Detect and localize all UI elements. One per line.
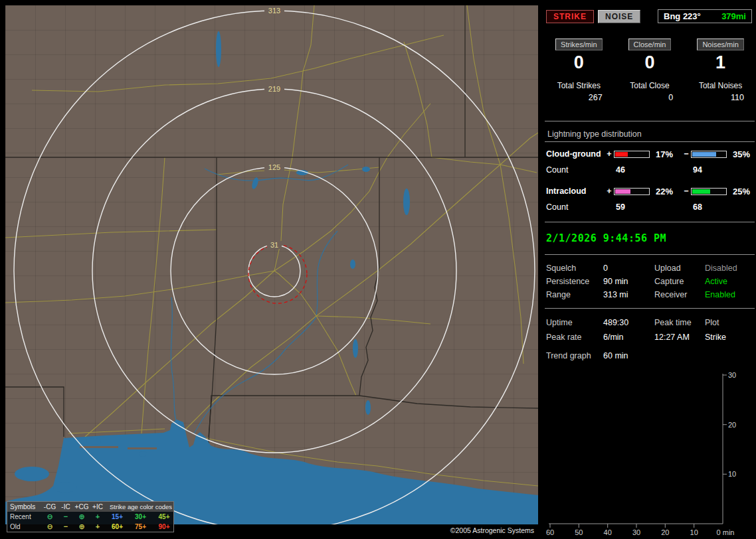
peak-rate-label: Peak rate — [546, 333, 603, 342]
upload-status: Disabled — [705, 264, 756, 273]
range-value: 313 mi — [603, 290, 654, 299]
x-tick-50: 50 — [575, 528, 583, 536]
minus-sign: − — [682, 149, 691, 159]
neg-ic-recent-icon: − — [58, 513, 74, 520]
total-strikes-label: Total Strikes — [543, 81, 614, 90]
total-noises-label: Total Noises — [685, 81, 756, 90]
bearing-readout: Bng 223° 379mi — [658, 9, 752, 23]
trend-graph: 30 20 10 60 50 40 30 20 10 0 min — [545, 370, 752, 539]
persistence-label: Persistence — [546, 277, 603, 286]
x-tick-10: 10 — [690, 528, 698, 536]
receiver-status: Enabled — [705, 290, 756, 299]
intracloud-row: Intracloud + 22% − 25% — [543, 183, 756, 199]
x-tick-40: 40 — [604, 528, 612, 536]
peak-rate-value: 6/min — [603, 333, 654, 342]
app-window: 313 219 125 31 Symbols -CG -IC +CG +IC S… — [0, 0, 756, 539]
ring-label-313: 313 — [268, 7, 280, 15]
peak-time-label: Peak time — [654, 318, 705, 327]
upload-label: Upload — [654, 264, 705, 273]
legend-col-neg-cg: -CG — [42, 503, 58, 510]
ic-negative-bar — [691, 188, 727, 195]
ic-positive-bar-fill — [615, 189, 630, 194]
receiver-label: Receiver — [654, 290, 705, 299]
squelch-row: Squelch 0 Upload Disabled — [543, 262, 756, 275]
separator — [545, 222, 755, 222]
capture-label: Capture — [654, 277, 705, 286]
strikes-per-min-label: Strikes/min — [555, 38, 602, 50]
age-45: 45+ — [152, 513, 176, 520]
x-tick-60: 60 — [546, 528, 554, 536]
ring-label-125: 125 — [268, 163, 280, 171]
y-tick-30: 30 — [728, 371, 736, 379]
minus-sign: − — [682, 187, 691, 196]
legend-header: Symbols -CG -IC +CG +IC Strike age color… — [7, 502, 173, 512]
age-60: 60+ — [106, 523, 129, 530]
trend-axis-labels: 30 20 10 60 50 40 30 20 10 0 min — [546, 371, 736, 536]
cloud-ground-label: Cloud-ground — [546, 149, 605, 159]
x-tick-20: 20 — [661, 528, 669, 536]
peak-time-value: 12:27 AM — [654, 333, 705, 342]
legend-old-label: Old — [10, 523, 42, 530]
rate-stats: Strikes/min 0 Total Strikes 267 Close/mi… — [543, 38, 756, 102]
plus-sign: + — [605, 149, 614, 159]
count-label: Count — [546, 165, 605, 175]
total-close-label: Total Close — [614, 81, 686, 90]
trend-graph-row: Trend graph 60 min — [543, 348, 756, 363]
neg-cg-recent-icon: ⊖ — [42, 513, 58, 520]
cloud-ground-count-row: Count 46 94 — [543, 162, 756, 178]
neg-ic-old-icon: − — [58, 523, 74, 530]
close-per-min-label: Close/min — [628, 38, 672, 50]
noise-toggle-button[interactable]: NOISE — [598, 10, 640, 23]
total-close-value: 0 — [614, 93, 686, 102]
noises-per-min-value: 1 — [685, 52, 756, 73]
y-tick-20: 20 — [728, 421, 736, 429]
pos-cg-old-icon: ⊕ — [74, 523, 90, 530]
close-per-min-value: 0 — [614, 52, 686, 73]
cg-positive-count: 46 — [614, 165, 652, 175]
age-30: 30+ — [129, 513, 152, 520]
peak-rate-row: Peak rate 6/min 12:27 AM Strike — [543, 330, 756, 345]
strike-map[interactable]: 313 219 125 31 Symbols -CG -IC +CG +IC S… — [5, 5, 538, 535]
y-tick-10: 10 — [728, 470, 736, 478]
pos-cg-recent-icon: ⊕ — [74, 513, 90, 520]
ic-positive-pct: 22% — [652, 187, 682, 196]
ic-negative-pct: 25% — [729, 187, 756, 196]
legend-col-pos-ic: +IC — [90, 503, 106, 510]
strike-toggle-button[interactable]: STRIKE — [546, 10, 594, 23]
x-tick-0: 0 min — [717, 528, 735, 536]
legend-col-pos-cg: +CG — [74, 503, 90, 510]
ring-label-219: 219 — [268, 85, 280, 93]
strikes-per-min-value: 0 — [543, 52, 614, 73]
legend-col-neg-ic: -IC — [58, 503, 74, 510]
ic-positive-bar — [614, 188, 650, 195]
neg-cg-old-icon: ⊖ — [42, 523, 58, 530]
ring-label-31: 31 — [270, 241, 278, 249]
plus-sign: + — [605, 187, 614, 196]
range-label: Range — [546, 290, 603, 299]
uptime-label: Uptime — [546, 318, 603, 327]
legend-row-old: Old ⊖ − ⊕ + 60+ 75+ 90+ — [7, 522, 173, 532]
legend-row-recent: Recent ⊖ − ⊕ + 15+ 30+ 45+ — [7, 512, 173, 522]
separator — [545, 121, 755, 121]
pos-ic-recent-icon: + — [90, 513, 106, 520]
age-90: 90+ — [152, 523, 176, 530]
legend-age-title: Strike age color codes — [106, 503, 176, 510]
age-15: 15+ — [106, 513, 129, 520]
pos-ic-old-icon: + — [90, 523, 106, 530]
count-label: Count — [546, 202, 605, 212]
squelch-label: Squelch — [546, 264, 603, 273]
cg-negative-bar — [691, 151, 727, 158]
bearing-value: Bng 223° — [664, 11, 701, 21]
plot-value: Strike — [705, 333, 756, 342]
sidebar: STRIKE NOISE Bng 223° 379mi Strikes/min … — [543, 0, 756, 539]
copyright-text: ©2005 Astrogenic Systems — [450, 526, 534, 534]
legend-recent-label: Recent — [10, 513, 42, 520]
map-canvas: 313 219 125 31 — [5, 5, 538, 524]
separator — [545, 308, 755, 309]
cg-negative-count: 94 — [691, 165, 729, 175]
uptime-row: Uptime 489:30 Peak time Plot — [543, 315, 756, 330]
cg-negative-bar-fill — [692, 152, 716, 157]
cg-positive-pct: 17% — [652, 149, 682, 159]
range-row: Range 313 mi Receiver Enabled — [543, 288, 756, 301]
uptime-value: 489:30 — [603, 318, 654, 327]
